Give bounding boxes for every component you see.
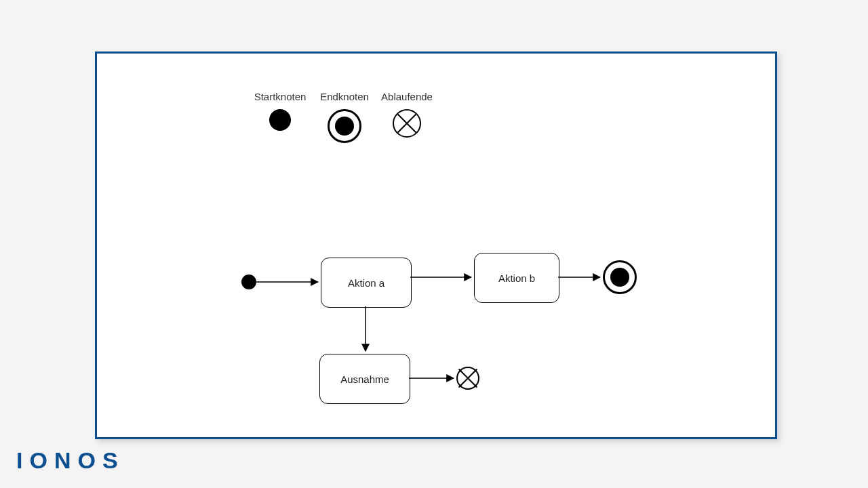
legend-flowend: Ablaufende [376,91,437,138]
diagram-canvas: Startknoten Endknoten Ablaufende Aktion … [97,54,775,437]
action-a-node: Aktion a [321,258,412,308]
legend-start-label: Startknoten [246,91,314,102]
flow-final-node [456,367,479,390]
legend-end: Endknoten [314,91,375,143]
legend-flowend-label: Ablaufende [376,91,437,102]
legend-start: Startknoten [246,91,314,131]
exception-node: Ausnahme [319,354,410,404]
ionos-logo: IONOS [16,447,125,474]
flow-final-icon [393,109,421,138]
start-node [241,274,256,289]
start-node-icon [269,109,291,131]
diagram-frame: Startknoten Endknoten Ablaufende Aktion … [95,52,777,439]
legend-end-label: Endknoten [314,91,375,102]
end-node [603,260,637,294]
exception-label: Ausnahme [340,373,389,385]
action-b-node: Aktion b [474,253,559,303]
action-a-label: Aktion a [348,277,384,289]
action-b-label: Aktion b [498,272,535,284]
end-node-icon [328,109,361,143]
